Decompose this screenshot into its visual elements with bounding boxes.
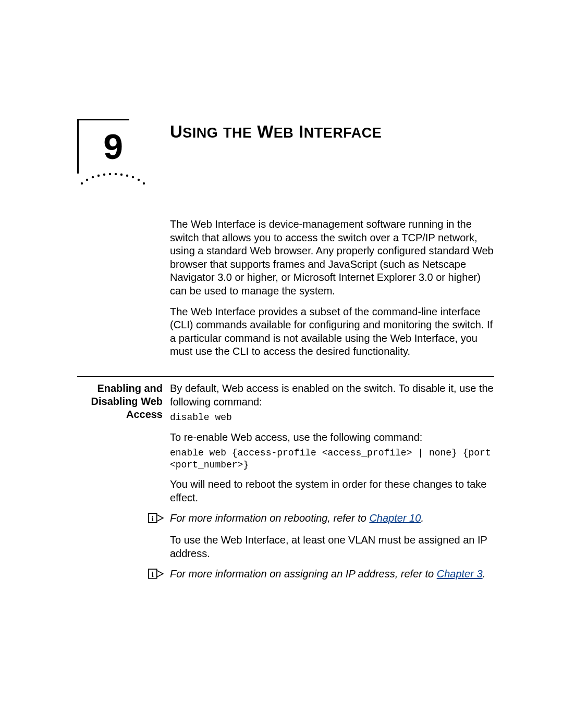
- svg-point-5: [109, 173, 111, 175]
- chapter-link-3[interactable]: Chapter 3: [437, 568, 483, 579]
- svg-point-0: [81, 182, 83, 184]
- svg-point-3: [97, 175, 100, 177]
- svg-point-6: [115, 173, 117, 175]
- spacer: [77, 525, 494, 534]
- intro-p1: The Web Interface is device-management s…: [170, 218, 494, 298]
- note-prefix: For more information on assigning an IP …: [170, 568, 437, 579]
- title-frag: THE: [223, 125, 252, 141]
- section-vlan-text: To use the Web Interface, at least one V…: [170, 534, 494, 567]
- section-body: By default, Web access is enabled on the…: [170, 382, 494, 512]
- chapter-number: 9: [79, 120, 129, 164]
- intro-text: The Web Interface is device-management s…: [170, 218, 494, 366]
- title-frag: U: [170, 122, 182, 141]
- svg-point-11: [143, 182, 145, 184]
- section1-p1: By default, Web access is enabled on the…: [170, 382, 494, 409]
- svg-point-1: [86, 179, 88, 181]
- note-prefix: For more information on rebooting, refer…: [170, 512, 369, 524]
- section-heading: Enabling and Disabling Web Access: [77, 382, 170, 421]
- body: The Web Interface is device-management s…: [77, 218, 494, 581]
- section1-p3: You will need to reboot the system in or…: [170, 478, 494, 504]
- section-divider: [77, 376, 494, 377]
- title-frag: EB: [274, 125, 294, 141]
- svg-text:i: i: [152, 570, 154, 578]
- title-frag: [218, 122, 223, 141]
- chapter-number-bracket: 9: [77, 119, 129, 174]
- title-frag: W: [252, 122, 274, 141]
- info-icon: i: [148, 567, 165, 580]
- svg-point-9: [132, 176, 134, 178]
- svg-point-4: [103, 174, 105, 176]
- section1-p2: To re-enable Web access, use the followi…: [170, 431, 494, 445]
- svg-point-2: [92, 176, 94, 178]
- manual-page: 9 USING THE WEB INTERFACE The Web Interf…: [0, 0, 563, 728]
- info-note-reboot: i For more information on rebooting, ref…: [77, 512, 494, 525]
- note-suffix: .: [483, 568, 486, 579]
- info-note-text: For more information on assigning an IP …: [170, 567, 494, 581]
- title-frag: SING: [182, 125, 218, 141]
- section1-p4: To use the Web Interface, at least one V…: [170, 534, 494, 560]
- dot-arc-decoration: [79, 171, 146, 187]
- heading-line: Disabling Web: [91, 396, 163, 407]
- title-frag: I: [293, 122, 303, 141]
- section-enabling-disabling: Enabling and Disabling Web Access By def…: [77, 382, 494, 512]
- section-vlan: To use the Web Interface, at least one V…: [77, 534, 494, 567]
- info-icon: i: [148, 512, 165, 524]
- note-suffix: .: [421, 512, 424, 524]
- intro-block: The Web Interface is device-management s…: [77, 218, 494, 366]
- chapter-link-10[interactable]: Chapter 10: [369, 512, 421, 524]
- svg-text:i: i: [152, 514, 154, 523]
- code-enable-web: enable web {access-profile <access_profi…: [170, 447, 494, 471]
- svg-point-10: [138, 179, 140, 181]
- title-frag: NTERFACE: [304, 125, 382, 141]
- chapter-title: USING THE WEB INTERFACE: [170, 122, 382, 142]
- info-note-ip: i For more information on assigning an I…: [77, 567, 494, 581]
- info-note-text: For more information on rebooting, refer…: [170, 512, 494, 525]
- code-disable-web: disable web: [170, 412, 494, 424]
- svg-point-7: [120, 174, 123, 176]
- heading-line: Enabling and: [97, 382, 163, 394]
- info-icon-wrap: i: [144, 567, 170, 580]
- heading-line: Access: [126, 409, 163, 420]
- svg-point-8: [126, 175, 128, 177]
- info-icon-wrap: i: [144, 512, 170, 524]
- intro-p2: The Web Interface provides a subset of t…: [170, 305, 494, 359]
